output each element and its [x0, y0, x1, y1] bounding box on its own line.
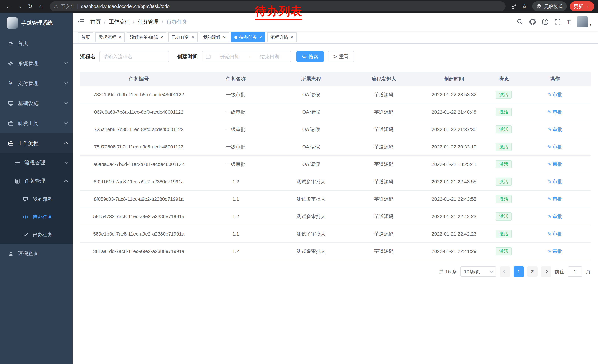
font-size-icon[interactable]: T	[567, 18, 571, 25]
sidebar-item-process-mgmt[interactable]: 流程管理	[0, 153, 73, 172]
sidebar-item-leave-query[interactable]: 请假查询	[0, 244, 73, 264]
search-icon[interactable]	[517, 19, 523, 25]
close-icon[interactable]: ×	[191, 35, 194, 40]
sidebar-item-devtools[interactable]: 研发工具	[0, 113, 73, 133]
next-page-button[interactable]	[541, 267, 551, 277]
help-icon[interactable]: ?	[542, 19, 548, 25]
breadcrumb-item-workflow[interactable]: 工作流程	[109, 18, 130, 25]
table-row: 8f0d1619-7ac8-11ec-a9e2-a2380e71991a1.2测…	[80, 173, 590, 190]
cell-task-name: 一级审批	[198, 138, 274, 155]
range-separator: -	[249, 54, 251, 60]
tab-start-process[interactable]: 发起流程 ×	[95, 32, 125, 42]
approve-link[interactable]: ✎审批	[548, 231, 562, 237]
tab-label: 待办任务	[239, 34, 257, 40]
user-menu[interactable]: ▾	[577, 16, 591, 27]
cell-starter: 芋道源码	[348, 121, 420, 138]
sidebar-item-workflow[interactable]: 工作流程	[0, 133, 73, 153]
home-icon[interactable]: ⌂	[36, 1, 46, 11]
cell-create-time: 2022-01-22 20:33:10	[420, 138, 489, 155]
more-menu-icon[interactable]: ⋮	[586, 4, 590, 9]
approve-label: 审批	[552, 196, 562, 202]
cell-create-time: 2022-01-21 22:42:23	[420, 225, 489, 243]
tab-label: 已办任务	[172, 34, 189, 40]
chat-icon	[22, 196, 29, 202]
approve-label: 审批	[552, 213, 562, 220]
status-badge: 激活	[496, 108, 512, 116]
approve-link[interactable]: ✎审批	[548, 109, 562, 115]
sidebar-item-infra[interactable]: 基础设施	[0, 93, 73, 113]
close-icon[interactable]: ×	[223, 35, 226, 40]
bookmark-star-icon[interactable]: ☆	[520, 3, 529, 10]
tab-label: 流程表单-编辑	[130, 34, 158, 40]
tab-home[interactable]: 首页	[78, 32, 93, 42]
sidebar-item-payment[interactable]: ¥ 支付管理	[0, 73, 73, 93]
cell-task-name: 1.2	[198, 173, 274, 190]
reload-icon[interactable]: ↻	[25, 1, 35, 11]
goto-page-input[interactable]	[568, 267, 582, 277]
back-icon[interactable]: ←	[4, 1, 14, 11]
cell-process: 测试多审批人	[274, 190, 348, 208]
incognito-badge: 无痕模式	[532, 1, 567, 11]
github-icon[interactable]	[530, 19, 536, 25]
sidebar-item-done-tasks[interactable]: 已办任务	[0, 226, 73, 244]
approve-link[interactable]: ✎审批	[548, 213, 562, 220]
url-divider: |	[77, 4, 79, 9]
fullscreen-icon[interactable]	[555, 19, 561, 25]
breadcrumb-item-task-mgmt[interactable]: 任务管理	[138, 18, 158, 25]
briefcase-icon	[8, 140, 14, 146]
approve-link[interactable]: ✎审批	[548, 91, 562, 98]
date-range-picker[interactable]: 开始日期 - 结束日期	[201, 51, 291, 62]
column-header: 任务名称	[198, 72, 274, 86]
table-row: 73211d9d-7b9b-11ec-b5b7-acde48001122一级审批…	[80, 86, 590, 103]
cell-process: OA 请假	[274, 86, 348, 103]
reset-button[interactable]: ↻ 重置	[328, 51, 354, 62]
tab-todo-tasks[interactable]: 待办任务 ×	[231, 32, 265, 42]
update-button[interactable]: 更新 ⋮	[570, 1, 594, 11]
key-icon[interactable]	[509, 3, 519, 9]
tab-form-edit[interactable]: 流程表单-编辑 ×	[126, 32, 166, 42]
sidebar-toggle-button[interactable]	[78, 18, 84, 25]
column-header: 创建时间	[420, 72, 489, 86]
process-name-input[interactable]	[99, 51, 169, 62]
incognito-icon	[536, 4, 542, 9]
cell-process: OA 请假	[274, 138, 348, 155]
process-name-label: 流程名	[80, 53, 96, 60]
tab-done-tasks[interactable]: 已办任务 ×	[168, 32, 198, 42]
prev-page-button[interactable]	[500, 267, 510, 277]
column-header: 流程发起人	[348, 72, 420, 86]
approve-link[interactable]: ✎审批	[548, 248, 562, 255]
caret-down-icon: ▾	[590, 22, 591, 27]
reset-label: 重置	[339, 54, 349, 60]
close-icon[interactable]: ×	[160, 35, 163, 40]
close-icon[interactable]: ×	[259, 35, 262, 40]
close-icon[interactable]: ×	[119, 35, 121, 40]
sidebar-item-my-process[interactable]: 我的流程	[0, 190, 73, 208]
forward-icon[interactable]: →	[15, 1, 25, 11]
close-icon[interactable]: ×	[291, 35, 293, 40]
cell-create-time: 2022-01-21 22:41:29	[420, 243, 489, 260]
table-row: 75d72608-7b7f-11ec-a3c8-acde48001122一级审批…	[80, 138, 590, 155]
page-size-select[interactable]: 10条/页	[460, 267, 497, 277]
approve-link[interactable]: ✎审批	[548, 196, 562, 202]
sidebar-item-system[interactable]: 系统管理	[0, 53, 73, 73]
check-icon	[22, 232, 29, 238]
breadcrumb-item-home[interactable]: 首页	[91, 18, 101, 25]
cell-task-name: 一级审批	[198, 121, 274, 138]
tab-my-process[interactable]: 我的流程 ×	[200, 32, 229, 42]
page-size-value: 10条/页	[464, 268, 480, 275]
approve-link[interactable]: ✎审批	[548, 144, 562, 150]
tab-process-detail[interactable]: 流程详情 ×	[267, 32, 297, 42]
sidebar-item-home[interactable]: 首页	[0, 33, 73, 53]
page-button-1[interactable]: 1	[514, 267, 524, 277]
start-date-placeholder: 开始日期	[212, 54, 248, 60]
page-button-2[interactable]: 2	[527, 267, 538, 277]
sidebar-item-task-mgmt[interactable]: 任务管理	[0, 172, 73, 190]
approve-link[interactable]: ✎审批	[548, 126, 562, 133]
approve-link[interactable]: ✎审批	[548, 161, 562, 168]
avatar[interactable]	[577, 16, 588, 27]
sidebar-item-todo-tasks[interactable]: 待办任务	[0, 208, 73, 226]
sidebar-item-label: 研发工具	[18, 120, 65, 127]
approve-link[interactable]: ✎审批	[548, 178, 562, 185]
search-button[interactable]: 搜索	[296, 51, 324, 62]
status-badge: 激活	[496, 247, 512, 255]
